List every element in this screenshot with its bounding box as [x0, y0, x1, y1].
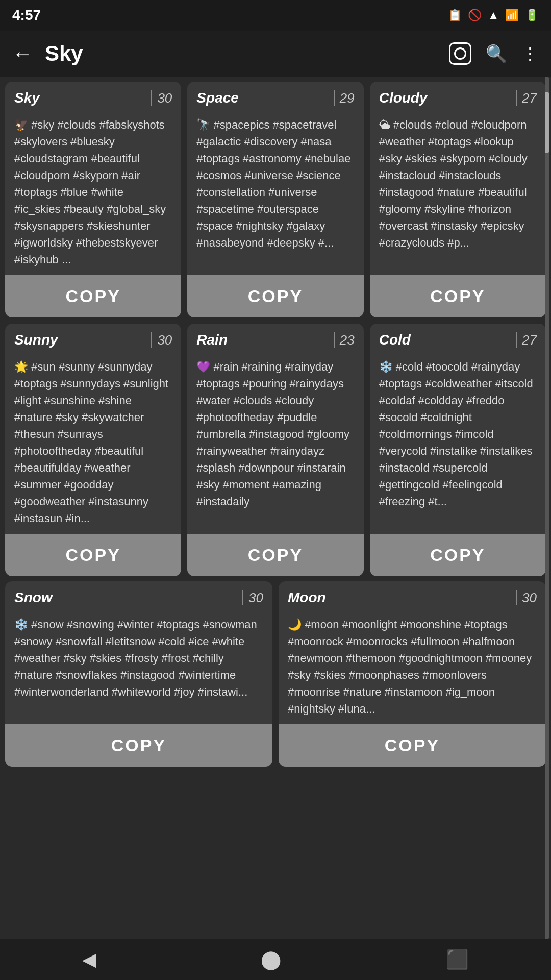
card-snow-title: Snow — [14, 590, 237, 606]
top-bar-actions: 🔍 ⋮ — [449, 42, 539, 65]
card-cloudy: Cloudy 27 🌥 #clouds #cloud #cloudporn #w… — [370, 82, 546, 317]
card-space-header: Space 29 — [187, 82, 363, 111]
scrollbar-thumb[interactable] — [545, 92, 549, 153]
more-options-icon[interactable]: ⋮ — [521, 43, 539, 64]
card-space-body: 🔭 #spacepics #spacetravel #galactic #dis… — [187, 111, 363, 275]
card-sky-title: Sky — [14, 90, 146, 106]
card-moon-title: Moon — [288, 590, 511, 606]
card-rain-tags: #rain #raining #rainyday #toptags #pouri… — [196, 360, 349, 508]
card-snow-body: ❄️ #snow #snowing #winter #toptags #snow… — [5, 611, 272, 724]
card-rain-count: 23 — [340, 332, 355, 348]
back-button[interactable]: ← — [12, 42, 33, 65]
copy-snow-button[interactable]: COPY — [5, 724, 272, 767]
hashtag-grid: Sky 30 🦅 #sky #clouds #fabskyshots #skyl… — [0, 77, 551, 581]
hashtag-grid-bottom: Snow 30 ❄️ #snow #snowing #winter #topta… — [0, 581, 551, 772]
card-snow-divider — [242, 590, 243, 605]
card-rain-divider — [334, 332, 335, 348]
wifi-icon: ▲ — [488, 9, 499, 22]
card-cloudy-count: 27 — [522, 90, 537, 106]
top-bar: ← Sky 🔍 ⋮ — [0, 31, 551, 77]
card-sunny-body: 🌟 #sun #sunny #sunnyday #toptags #sunnyd… — [5, 353, 181, 534]
battery-icon: 🔋 — [525, 9, 539, 22]
card-cloudy-title: Cloudy — [379, 90, 511, 106]
card-cloudy-header: Cloudy 27 — [370, 82, 546, 111]
card-moon-header: Moon 30 — [279, 581, 546, 611]
search-icon[interactable]: 🔍 — [486, 43, 507, 64]
card-cold-tags: #cold #toocold #rainyday #toptags #coldw… — [379, 360, 533, 508]
card-rain-title: Rain — [196, 332, 328, 348]
card-sky-count: 30 — [157, 90, 172, 106]
card-sky: Sky 30 🦅 #sky #clouds #fabskyshots #skyl… — [5, 82, 181, 317]
card-cold-body: ❄️ #cold #toocold #rainyday #toptags #co… — [370, 353, 546, 534]
sim-card-icon: 📋 — [448, 9, 462, 22]
card-snow-tags: #snow #snowing #winter #toptags #snowman… — [14, 618, 257, 698]
card-moon-body: 🌙 #moon #moonlight #moonshine #toptags #… — [279, 611, 546, 724]
status-bar: 4:57 📋 🚫 ▲ 📶 🔋 — [0, 0, 551, 31]
scrollbar[interactable] — [545, 77, 549, 939]
card-space-tags: #spacepics #spacetravel #galactic #disco… — [196, 118, 350, 249]
copy-sunny-button[interactable]: COPY — [5, 534, 181, 576]
card-cold-emoji: ❄️ — [379, 360, 396, 373]
copy-cloudy-button[interactable]: COPY — [370, 275, 546, 317]
card-rain-header: Rain 23 — [187, 324, 363, 353]
card-sky-body: 🦅 #sky #clouds #fabskyshots #skylovers #… — [5, 111, 181, 275]
nav-home-button[interactable]: ⬤ — [261, 949, 281, 970]
status-icons: 📋 🚫 ▲ 📶 🔋 — [448, 9, 539, 22]
card-sunny-header: Sunny 30 — [5, 324, 181, 353]
card-sky-divider — [151, 90, 152, 106]
card-cold-title: Cold — [379, 332, 511, 348]
nav-recent-button[interactable]: ⬛ — [446, 949, 469, 970]
page-title: Sky — [45, 41, 437, 66]
card-cloudy-emoji: 🌥 — [379, 118, 393, 131]
card-sunny-tags: #sun #sunny #sunnyday #toptags #sunnyday… — [14, 360, 168, 525]
card-moon-tags: #moon #moonlight #moonshine #toptags #mo… — [288, 618, 532, 715]
card-moon-emoji: 🌙 — [288, 618, 305, 631]
card-cold: Cold 27 ❄️ #cold #toocold #rainyday #top… — [370, 324, 546, 576]
card-cloudy-divider — [516, 90, 517, 106]
card-rain-emoji: 💜 — [196, 360, 213, 373]
card-snow: Snow 30 ❄️ #snow #snowing #winter #topta… — [5, 581, 272, 767]
status-time: 4:57 — [12, 7, 41, 23]
card-space: Space 29 🔭 #spacepics #spacetravel #gala… — [187, 82, 363, 317]
card-moon-divider — [516, 590, 517, 605]
card-rain-body: 💜 #rain #raining #rainyday #toptags #pou… — [187, 353, 363, 534]
card-space-emoji: 🔭 — [196, 118, 213, 131]
card-sky-header: Sky 30 — [5, 82, 181, 111]
bottom-nav: ◀ ⬤ ⬛ — [0, 939, 551, 980]
card-cold-header: Cold 27 — [370, 324, 546, 353]
copy-cold-button[interactable]: COPY — [370, 534, 546, 576]
card-rain: Rain 23 💜 #rain #raining #rainyday #topt… — [187, 324, 363, 576]
card-moon: Moon 30 🌙 #moon #moonlight #moonshine #t… — [279, 581, 546, 767]
signal-icon: 📶 — [505, 9, 519, 22]
copy-sky-button[interactable]: COPY — [5, 275, 181, 317]
nav-back-button[interactable]: ◀ — [82, 949, 96, 970]
copy-moon-button[interactable]: COPY — [279, 724, 546, 767]
card-sky-tags: #sky #clouds #fabskyshots #skylovers #bl… — [14, 118, 166, 266]
instagram-icon[interactable] — [449, 42, 471, 65]
card-space-count: 29 — [340, 90, 355, 106]
card-cold-count: 27 — [522, 332, 537, 348]
card-cold-divider — [516, 332, 517, 348]
card-snow-header: Snow 30 — [5, 581, 272, 611]
card-moon-count: 30 — [522, 590, 537, 606]
card-snow-emoji: ❄️ — [14, 618, 31, 631]
card-sunny-title: Sunny — [14, 332, 146, 348]
copy-space-button[interactable]: COPY — [187, 275, 363, 317]
copy-rain-button[interactable]: COPY — [187, 534, 363, 576]
card-space-divider — [334, 90, 335, 106]
card-cloudy-tags: #clouds #cloud #cloudporn #weather #topt… — [379, 118, 528, 249]
card-sunny-divider — [151, 332, 152, 348]
card-sunny-emoji: 🌟 — [14, 360, 31, 373]
card-cloudy-body: 🌥 #clouds #cloud #cloudporn #weather #to… — [370, 111, 546, 275]
card-sunny: Sunny 30 🌟 #sun #sunny #sunnyday #toptag… — [5, 324, 181, 576]
blocked-icon: 🚫 — [468, 9, 482, 22]
card-sunny-count: 30 — [157, 332, 172, 348]
card-sky-emoji: 🦅 — [14, 118, 31, 131]
card-snow-count: 30 — [248, 590, 263, 606]
card-space-title: Space — [196, 90, 328, 106]
